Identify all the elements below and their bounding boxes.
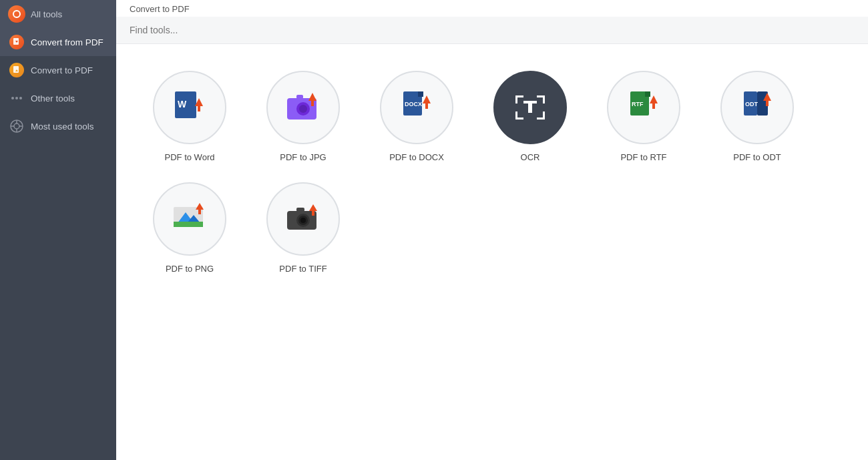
- tool-pdf-to-word[interactable]: W PDF to Word: [136, 64, 243, 169]
- svg-marker-27: [423, 95, 431, 103]
- svg-marker-53: [196, 203, 204, 210]
- svg-rect-43: [652, 103, 655, 109]
- svg-rect-21: [296, 95, 303, 99]
- svg-rect-17: [198, 106, 200, 111]
- svg-rect-25: [418, 91, 423, 97]
- svg-point-20: [299, 105, 307, 113]
- tool-pdf-to-png[interactable]: PDF to PNG: [136, 176, 243, 280]
- sidebar-item-label: Most used tools: [31, 122, 94, 132]
- most-used-tools-icon: [9, 119, 24, 134]
- svg-point-6: [19, 97, 22, 99]
- svg-text:RTF: RTF: [632, 101, 644, 107]
- search-bar: [116, 17, 868, 44]
- svg-rect-2: [13, 66, 19, 73]
- sidebar-item-label: Other tools: [31, 93, 75, 103]
- sidebar-item-most-used-tools[interactable]: Most used tools: [0, 112, 116, 140]
- convert-to-pdf-icon: [9, 63, 24, 77]
- sidebar-item-label: Convert to PDF: [31, 65, 93, 75]
- tool-ocr[interactable]: OCR: [477, 64, 584, 169]
- svg-point-4: [11, 97, 14, 99]
- svg-rect-48: [766, 101, 769, 106]
- page-header: Convert to PDF: [116, 0, 868, 17]
- tool-label-pdf-to-tiff: PDF to TIFF: [279, 264, 327, 274]
- tool-circle-pdf-to-word: W: [153, 71, 226, 144]
- other-tools-icon: [9, 91, 24, 105]
- sidebar-item-label: All tools: [31, 9, 62, 19]
- tool-label-pdf-to-word: PDF to Word: [165, 152, 215, 162]
- tool-circle-pdf-to-tiff: [266, 182, 340, 256]
- svg-point-8: [14, 124, 19, 129]
- svg-text:ODT: ODT: [745, 101, 758, 107]
- search-input[interactable]: [130, 22, 855, 38]
- tool-circle-ocr: [493, 71, 567, 144]
- tool-pdf-to-rtf[interactable]: RTF PDF to RTF: [590, 64, 697, 169]
- tool-pdf-to-jpg[interactable]: PDF to JPG: [250, 64, 357, 169]
- svg-rect-23: [311, 101, 314, 106]
- tools-grid: W PDF to Word: [116, 44, 868, 460]
- svg-rect-38: [528, 101, 532, 113]
- convert-from-pdf-icon: [9, 35, 24, 49]
- svg-marker-42: [650, 95, 658, 103]
- page-title: Convert to PDF: [130, 4, 190, 14]
- svg-rect-30: [515, 95, 517, 103]
- tool-circle-pdf-to-jpg: [266, 71, 340, 144]
- svg-marker-22: [308, 93, 316, 101]
- svg-rect-40: [645, 91, 650, 97]
- svg-rect-52: [174, 222, 203, 227]
- tool-label-pdf-to-png: PDF to PNG: [166, 264, 214, 274]
- sidebar-item-convert-from-pdf[interactable]: Convert from PDF: [0, 28, 116, 56]
- tool-pdf-to-docx[interactable]: DOCX PDF to DOCX: [363, 64, 470, 169]
- tool-pdf-to-tiff[interactable]: PDF to TIFF: [250, 176, 357, 280]
- svg-point-58: [300, 218, 306, 223]
- sidebar-item-convert-to-pdf[interactable]: Convert to PDF: [0, 56, 116, 84]
- svg-rect-61: [312, 211, 314, 216]
- sidebar-item-other-tools[interactable]: Other tools: [0, 84, 116, 112]
- tool-circle-pdf-to-png: [153, 182, 226, 256]
- svg-rect-59: [296, 208, 304, 212]
- tool-circle-pdf-to-docx: DOCX: [380, 71, 453, 144]
- svg-text:DOCX: DOCX: [405, 101, 422, 107]
- tool-label-pdf-to-rtf: PDF to RTF: [620, 152, 666, 162]
- all-tools-icon: [9, 7, 24, 21]
- svg-text:W: W: [178, 99, 187, 109]
- svg-rect-36: [543, 111, 545, 120]
- tool-label-pdf-to-docx: PDF to DOCX: [389, 152, 444, 162]
- tool-label-pdf-to-jpg: PDF to JPG: [280, 152, 326, 162]
- tool-circle-pdf-to-rtf: RTF: [607, 71, 680, 144]
- svg-rect-32: [543, 95, 545, 103]
- tool-label-pdf-to-odt: PDF to ODT: [733, 152, 781, 162]
- sidebar-item-all-tools[interactable]: All tools: [0, 0, 116, 28]
- svg-rect-28: [425, 103, 428, 109]
- sidebar-item-label: Convert from PDF: [31, 37, 103, 47]
- svg-marker-60: [309, 204, 317, 211]
- main-content: Convert to PDF W PDF to Word: [116, 0, 868, 460]
- tool-circle-pdf-to-odt: ODT: [720, 71, 794, 144]
- svg-point-5: [15, 97, 18, 99]
- sidebar: All tools Convert from PDF Convert to PD…: [0, 0, 116, 460]
- svg-rect-34: [515, 111, 517, 120]
- svg-rect-54: [198, 210, 201, 214]
- tool-pdf-to-odt[interactable]: ODT PDF to ODT: [704, 64, 811, 169]
- tool-label-ocr: OCR: [521, 152, 540, 162]
